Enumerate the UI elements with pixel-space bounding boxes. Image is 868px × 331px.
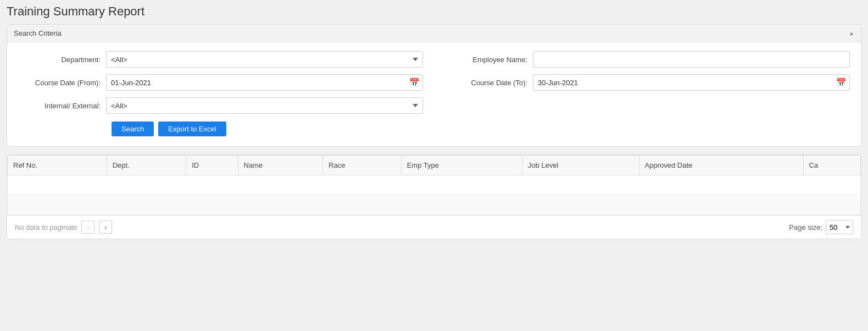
page-size-select[interactable]: 10 25 50 100 [826,220,853,234]
panel-header[interactable]: Search Criteria ▲ [7,25,861,42]
collapse-icon: ▲ [849,30,854,36]
table-header-row: Ref No. Dept. ID Name Race Emp Type Job … [8,156,861,175]
empty-row-2 [8,195,861,215]
col-id: ID [186,156,238,175]
prev-page-button[interactable]: ‹ [81,220,94,234]
empty-row-1 [8,175,861,195]
col-approved-date: Approved Date [639,156,803,175]
next-page-button[interactable]: › [99,220,112,234]
col-name: Name [238,156,323,175]
results-panel: Ref No. Dept. ID Name Race Emp Type Job … [7,155,861,239]
pagination-left: No data to paginate ‹ › [15,220,112,234]
internal-external-label: Internal/ External: [18,102,106,110]
course-date-to-label: Course Date (To): [445,79,533,87]
internal-external-row: Internal/ External: <All> [18,97,423,114]
course-date-from-input[interactable] [106,74,423,91]
employee-name-input[interactable] [533,51,850,68]
table-body [8,175,861,215]
course-date-from-row: Course Date (From): 📅 [18,74,423,91]
right-column: Employee Name: Course Date (To): 📅 [445,51,850,114]
search-criteria-panel: Search Criteria ▲ Department: <All> Cour [7,24,861,147]
col-dept: Dept. [107,156,186,175]
employee-name-row: Employee Name: [445,51,850,68]
buttons-row: Search Export to Excel [18,122,850,136]
col-ca: Ca [803,156,860,175]
panel-body: Department: <All> Course Date (From): 📅 [7,42,861,146]
course-date-from-wrapper: 📅 [106,74,423,91]
export-to-excel-button[interactable]: Export to Excel [158,122,226,136]
page-title: Training Summary Report [7,4,861,19]
page-size-wrapper: Page size: 10 25 50 100 [789,220,853,234]
page-size-label: Page size: [789,223,822,231]
table-scroll-wrapper[interactable]: Ref No. Dept. ID Name Race Emp Type Job … [7,155,861,215]
left-column: Department: <All> Course Date (From): 📅 [18,51,423,114]
department-select[interactable]: <All> [106,51,423,68]
col-race: Race [323,156,402,175]
course-date-to-row: Course Date (To): 📅 [445,74,850,91]
employee-name-label: Employee Name: [445,56,533,64]
course-date-to-wrapper: 📅 [533,74,850,91]
calendar-from-icon[interactable]: 📅 [409,78,420,87]
course-date-to-input[interactable] [533,74,850,91]
department-label: Department: [18,56,106,64]
internal-external-select[interactable]: <All> [106,97,423,114]
no-data-text: No data to paginate [15,223,77,231]
calendar-to-icon[interactable]: 📅 [836,78,847,87]
search-button[interactable]: Search [112,122,154,136]
col-ref-no: Ref No. [8,156,107,175]
results-table: Ref No. Dept. ID Name Race Emp Type Job … [7,155,861,215]
course-date-from-label: Course Date (From): [18,79,106,87]
panel-header-label: Search Criteria [14,29,62,37]
col-job-level: Job Level [522,156,639,175]
form-grid: Department: <All> Course Date (From): 📅 [18,51,850,114]
pagination-bar: No data to paginate ‹ › Page size: 10 25… [7,215,861,239]
col-emp-type: Emp Type [401,156,522,175]
department-row: Department: <All> [18,51,423,68]
